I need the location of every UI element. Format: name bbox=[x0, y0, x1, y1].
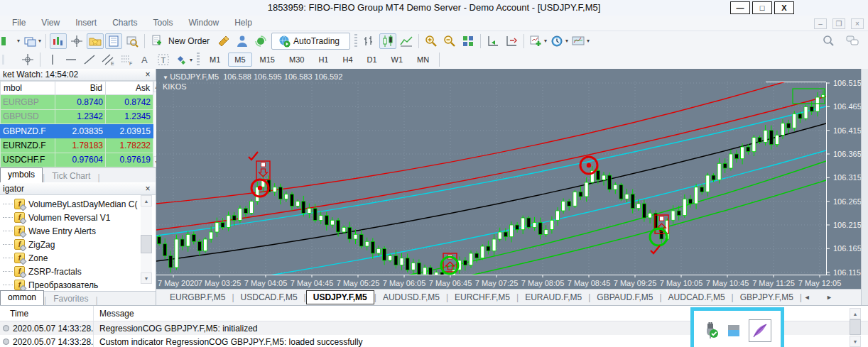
symbol-cell[interactable]: EURGBP bbox=[1, 95, 55, 109]
equidistant-channel-icon[interactable]: E bbox=[99, 52, 116, 67]
close-button[interactable]: X bbox=[774, 1, 794, 14]
ask-cell[interactable]: 0.97619 bbox=[106, 153, 153, 167]
metaeditor-icon[interactable] bbox=[234, 33, 251, 49]
market-watch-row[interactable]: EURNZD.F1.781831.78232 bbox=[1, 138, 153, 153]
menu-charts[interactable]: Charts bbox=[104, 16, 145, 31]
horizontal-line-icon[interactable] bbox=[63, 52, 80, 67]
mdi-close-icon[interactable]: × bbox=[851, 18, 864, 29]
bid-cell[interactable]: 1.78183 bbox=[55, 138, 106, 153]
timeframe-h4[interactable]: H4 bbox=[336, 53, 359, 67]
mw-col-ask[interactable]: Ask bbox=[106, 82, 153, 95]
menu-window[interactable]: Window bbox=[181, 16, 227, 31]
navigator-item[interactable]: fWave Entry Alerts bbox=[0, 224, 141, 238]
crosshair-mode-icon[interactable] bbox=[68, 33, 85, 49]
terminal-scrollbar[interactable]: ▲ ▼ bbox=[850, 308, 861, 347]
nav-tab-ommon[interactable]: ommon bbox=[0, 290, 44, 305]
templates-icon[interactable]: ▾ bbox=[570, 33, 590, 49]
timeframe-m5[interactable]: M5 bbox=[228, 53, 251, 67]
timeframe-d1[interactable]: D1 bbox=[361, 53, 384, 67]
navigator-item[interactable]: fZone bbox=[0, 251, 141, 265]
zoom-in-icon[interactable] bbox=[423, 33, 440, 49]
timeframe-m15[interactable]: M15 bbox=[254, 53, 281, 67]
text-label-icon[interactable]: T bbox=[155, 52, 172, 67]
menu-insert[interactable]: Insert bbox=[67, 16, 104, 31]
chart-tab-usdcadfm5[interactable]: USDCAD.F,M5 bbox=[234, 291, 304, 304]
feather-icon[interactable] bbox=[749, 319, 771, 342]
menu-tools[interactable]: Tools bbox=[146, 16, 181, 31]
mw-col-bid[interactable]: Bid bbox=[55, 82, 106, 95]
charts-toolbar-icon[interactable] bbox=[50, 33, 67, 49]
menu-help[interactable]: Help bbox=[227, 16, 260, 31]
symbol-cell[interactable]: EURNZD.F bbox=[1, 138, 55, 153]
crosshair-icon[interactable] bbox=[19, 52, 36, 67]
navigator-scrollbar[interactable]: ▲ ▼ bbox=[141, 195, 152, 284]
symbol-cell[interactable]: USDCHF.F bbox=[1, 153, 55, 167]
ask-cell[interactable]: 0.8742 bbox=[106, 95, 153, 109]
vertical-line-icon[interactable] bbox=[44, 52, 61, 67]
scroll-down-icon[interactable]: ▼ bbox=[850, 336, 861, 347]
scroll-up-icon[interactable]: ▲ bbox=[141, 195, 152, 206]
menu-file[interactable]: File bbox=[4, 16, 33, 31]
new-order-label[interactable]: New Order bbox=[168, 36, 210, 46]
navigator-item[interactable]: fVolumen Reversal V1 bbox=[0, 211, 141, 224]
market-watch-row[interactable]: GBPNZD.F2.038352.03915 bbox=[1, 123, 153, 138]
market-watch-row[interactable]: EURGBP0.87400.8742 bbox=[1, 95, 153, 109]
chart-tab-euraudfm5[interactable]: EURAUD.F,M5 bbox=[519, 291, 588, 304]
timeframe-h1[interactable]: H1 bbox=[312, 53, 335, 67]
bar-chart-mode-icon[interactable] bbox=[361, 33, 378, 49]
auto-scroll-icon[interactable] bbox=[484, 33, 501, 49]
ask-cell[interactable]: 1.2345 bbox=[106, 109, 153, 123]
cursor-icon[interactable] bbox=[1, 52, 18, 67]
indicators-icon[interactable]: ▾ bbox=[528, 33, 548, 49]
tab-scroll-arrows[interactable]: ◄ ► bbox=[804, 294, 840, 301]
mw-tab-ymbols[interactable]: ymbols bbox=[0, 167, 43, 182]
symbol-cell[interactable]: GBPNZD.F bbox=[1, 123, 55, 138]
navigator-item[interactable]: fZigZag bbox=[0, 238, 141, 251]
timeframe-w1[interactable]: W1 bbox=[385, 53, 410, 67]
chat-icon[interactable] bbox=[845, 33, 859, 48]
tile-windows-icon[interactable] bbox=[460, 33, 477, 49]
new-order-icon[interactable] bbox=[148, 33, 166, 49]
mdi-restore-icon[interactable]: ❐ bbox=[832, 18, 845, 29]
chart-window[interactable]: ▼ USDJPY.F,M5 106.588 106.595 106.583 10… bbox=[156, 69, 861, 289]
arrows-icon[interactable]: ▾ bbox=[173, 52, 193, 67]
ask-cell[interactable]: 2.03915 bbox=[106, 123, 153, 138]
chart-collapse-icon[interactable]: ▼ bbox=[163, 75, 170, 81]
signals-icon[interactable] bbox=[252, 33, 269, 49]
chart-tab-eurchffm5[interactable]: EURCHF.F,M5 bbox=[448, 291, 516, 304]
menu-view[interactable]: View bbox=[33, 16, 67, 31]
terminal-col-time[interactable]: Time bbox=[0, 306, 94, 321]
autotrading-button[interactable]: AutoTrading bbox=[271, 33, 350, 50]
maximize-button[interactable]: □ bbox=[752, 1, 772, 14]
periods-icon[interactable]: ▾ bbox=[549, 33, 569, 49]
chart-tab-audcadfm5[interactable]: AUDCAD.F,M5 bbox=[662, 291, 732, 304]
chart-tab-usdjpyfm5[interactable]: USDJPY.F,M5 bbox=[306, 290, 374, 304]
data-window-icon[interactable] bbox=[105, 33, 122, 49]
market-watch-row[interactable]: USDCHF.F0.976040.97619 bbox=[1, 153, 153, 167]
navigator-item[interactable]: fZSRP-fractals bbox=[0, 265, 141, 278]
market-watch-close-icon[interactable]: × bbox=[143, 70, 153, 79]
mw-col-mbol[interactable]: mbol bbox=[1, 82, 55, 95]
timeframe-m1[interactable]: M1 bbox=[203, 53, 227, 67]
chart-tab-eurgbpfm5[interactable]: EURGBP.F,M5 bbox=[163, 291, 232, 304]
navigator-item[interactable]: fVolumeByLastDayMedian C( bbox=[0, 197, 141, 211]
text-icon[interactable]: A bbox=[136, 52, 153, 67]
chart-tab-gbpaudfm5[interactable]: GBPAUD.F,M5 bbox=[590, 291, 659, 304]
bid-cell[interactable]: 0.97604 bbox=[55, 153, 106, 167]
usb-check-icon[interactable] bbox=[703, 322, 719, 339]
line-chart-mode-icon[interactable] bbox=[398, 33, 415, 49]
price-chart[interactable]: 106.515106.465106.415106.365106.315106.2… bbox=[156, 69, 861, 289]
ask-cell[interactable]: 1.78232 bbox=[106, 138, 153, 153]
scroll-down-icon[interactable]: ▼ bbox=[141, 272, 152, 284]
bid-cell[interactable]: 2.03835 bbox=[55, 123, 106, 138]
navigator-close-icon[interactable]: × bbox=[143, 184, 153, 194]
profiles-icon[interactable] bbox=[87, 33, 104, 49]
zoom-out-icon[interactable] bbox=[441, 33, 458, 49]
trendline-icon[interactable] bbox=[81, 52, 98, 67]
scroll-up-icon[interactable]: ▲ bbox=[850, 308, 861, 319]
nav-tab-favorites[interactable]: Favorites bbox=[46, 292, 95, 305]
window-square-icon[interactable] bbox=[728, 325, 739, 336]
mw-tab-tickchart[interactable]: Tick Chart bbox=[45, 170, 97, 182]
chart-tab-audusdfm5[interactable]: AUDUSD.F,M5 bbox=[376, 291, 446, 304]
chart-tab-gbpjpyfm5[interactable]: GBPJPY.F,M5 bbox=[734, 291, 800, 304]
